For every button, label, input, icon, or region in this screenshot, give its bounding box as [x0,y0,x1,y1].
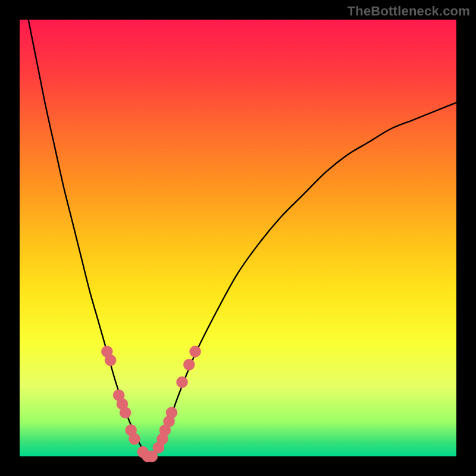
data-marker [177,377,188,388]
chart-frame: TheBottleneck.com [0,0,476,476]
plot-area [20,20,456,456]
data-marker [105,355,116,366]
watermark-text: TheBottleneck.com [347,4,470,19]
marker-group [101,346,201,462]
data-marker [120,407,131,418]
data-marker [129,433,140,444]
bottleneck-curve [29,20,456,456]
data-marker [183,359,195,370]
data-marker [190,346,201,357]
curve-layer [20,20,456,456]
data-marker [166,407,177,418]
